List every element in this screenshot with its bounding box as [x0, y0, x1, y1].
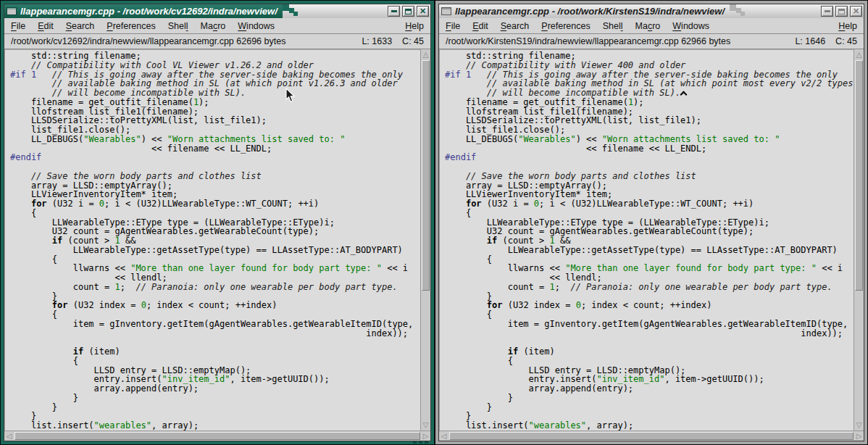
- code-line: LLWearableType::getAssetType(type) == LL…: [445, 246, 854, 255]
- code-line: count = 1; // Paranoia: only one wearabl…: [445, 283, 854, 292]
- menu-item-file[interactable]: File: [11, 21, 25, 31]
- text-area[interactable]: std::string filename; // Compatibility w…: [4, 49, 430, 441]
- editor-window-left: llappearancemgr.cpp - /root/work/cv12692…: [0, 0, 435, 445]
- titlebar-drag-area[interactable]: [748, 4, 819, 18]
- menu-item-preferences[interactable]: Preferences: [107, 21, 155, 31]
- code-line: index));: [10, 329, 420, 338]
- code-line: #endif: [10, 153, 420, 162]
- titlebar[interactable]: llappearancemgr.cpp - /root/work/Kirsten…: [439, 4, 864, 18]
- code-line: list.insert("wearables", array);: [445, 421, 854, 431]
- status-file-path: /root/work/KirstenS19/indra/newview/llap…: [446, 36, 795, 46]
- code-line: << filename << LL_ENDL;: [445, 144, 854, 154]
- code-line: }: [10, 403, 420, 412]
- window-title: llappearancemgr.cpp - /root/work/Kirsten…: [455, 6, 725, 17]
- titlebar[interactable]: llappearancemgr.cpp - /root/work/cv12692…: [4, 4, 430, 18]
- menu-item-file[interactable]: File: [446, 21, 460, 31]
- statusbar: /root/work/KirstenS19/indra/newview/llap…: [439, 34, 864, 49]
- code-line: }: [10, 394, 420, 403]
- scroll-right-button[interactable]: ▷: [421, 431, 430, 441]
- titlebar-decoration: [283, 4, 301, 18]
- status-line-indicator: L: 1633: [362, 36, 392, 46]
- close-icon: ✕: [420, 7, 426, 15]
- code-line: for (U32 index = 0; index < count; ++ind…: [10, 301, 420, 310]
- titlebar-drag-area[interactable]: [301, 4, 385, 18]
- menu-item-search[interactable]: Search: [501, 21, 530, 31]
- code-line: list.insert("wearables", array);: [10, 421, 420, 431]
- scroll-left-button[interactable]: ◁: [4, 431, 14, 441]
- horizontal-scrollbar-thumb[interactable]: [449, 432, 854, 440]
- window-title: llappearancemgr.cpp - /root/work/cv12692…: [20, 6, 277, 17]
- text-caret: [680, 88, 686, 96]
- menu-item-macro[interactable]: Macro: [635, 21, 661, 31]
- close-button[interactable]: ✕: [417, 6, 429, 17]
- close-button[interactable]: ✕: [850, 6, 862, 17]
- code-line: for (U32 i = 0; i < (U32)LLWearableType:…: [445, 199, 854, 209]
- scroll-up-button[interactable]: △: [421, 50, 430, 59]
- minimize-icon: [825, 10, 830, 12]
- menu-item-help[interactable]: Help: [405, 21, 424, 31]
- code-line: for (U32 i = 0; i < (U32)LLWearableType:…: [10, 199, 420, 209]
- horizontal-scrollbar[interactable]: ◁ ▷: [4, 431, 430, 441]
- maximize-icon: [838, 9, 845, 14]
- menubar: FileEditSearchPreferencesShellMacroWindo…: [4, 18, 430, 34]
- menu-item-edit[interactable]: Edit: [472, 21, 488, 31]
- code-line: #endif: [445, 153, 854, 162]
- menu-item-shell[interactable]: Shell: [603, 21, 623, 31]
- minimize-button[interactable]: [388, 6, 400, 17]
- maximize-button[interactable]: [835, 6, 848, 17]
- menu-item-help[interactable]: Help: [838, 21, 857, 31]
- maximize-button[interactable]: [402, 6, 414, 17]
- text-area[interactable]: std::string filename; // Compatibility w…: [439, 49, 864, 441]
- titlebar-decoration: [730, 4, 748, 18]
- scroll-down-button[interactable]: ▽: [421, 420, 430, 430]
- editor-window-right: llappearancemgr.cpp - /root/work/Kirsten…: [435, 0, 868, 445]
- menu-item-windows[interactable]: Windows: [672, 21, 709, 31]
- horizontal-scrollbar-thumb[interactable]: [14, 432, 420, 440]
- desktop: llappearancemgr.cpp - /root/work/cv12692…: [0, 0, 868, 445]
- minimize-button[interactable]: [821, 6, 833, 17]
- menu-item-shell[interactable]: Shell: [168, 21, 188, 31]
- vertical-scrollbar[interactable]: △ ▽: [854, 49, 864, 431]
- menu-item-preferences[interactable]: Preferences: [541, 21, 590, 31]
- code-line: LLWearableType::getAssetType(type) == LL…: [10, 246, 420, 255]
- vertical-scrollbar-thumb[interactable]: [855, 60, 863, 291]
- maximize-icon: [405, 9, 412, 14]
- menu-item-search[interactable]: Search: [66, 21, 95, 31]
- vertical-scrollbar[interactable]: △ ▽: [420, 49, 430, 431]
- scroll-left-button[interactable]: ◁: [439, 431, 448, 441]
- status-column-indicator: C: 45: [835, 36, 857, 46]
- menu-item-macro[interactable]: Macro: [201, 21, 226, 31]
- statusbar: /root/work/cv12692/indra/newview/llappea…: [4, 34, 430, 49]
- code-line: << filename << LL_ENDL;: [10, 144, 420, 154]
- scroll-up-button[interactable]: △: [854, 50, 864, 59]
- code-editor[interactable]: std::string filename; // Compatibility w…: [439, 49, 854, 431]
- horizontal-scrollbar[interactable]: ◁ ▷: [439, 431, 864, 441]
- menu-item-edit[interactable]: Edit: [38, 21, 54, 31]
- code-line: for (U32 index = 0; index < count; ++ind…: [445, 301, 854, 310]
- vertical-scrollbar-thumb[interactable]: [422, 60, 430, 291]
- menubar: FileEditSearchPreferencesShellMacroWindo…: [439, 18, 864, 34]
- minimize-icon: [391, 10, 397, 12]
- window-icon[interactable]: [7, 7, 17, 15]
- status-line-indicator: L: 1646: [795, 36, 825, 46]
- code-line: }: [445, 394, 854, 403]
- status-file-path: /root/work/cv12692/indra/newview/llappea…: [11, 36, 362, 46]
- code-line: count = 1; // Paranoia: only one wearabl…: [10, 283, 420, 292]
- status-column-indicator: C: 45: [402, 36, 424, 46]
- code-line: index));: [445, 329, 854, 338]
- window-icon[interactable]: [441, 7, 451, 15]
- menu-item-windows[interactable]: Windows: [238, 21, 275, 31]
- scroll-right-button[interactable]: ▷: [854, 431, 864, 441]
- close-icon: ✕: [853, 7, 859, 15]
- scroll-down-button[interactable]: ▽: [854, 420, 864, 430]
- code-line: }: [445, 403, 854, 412]
- code-editor[interactable]: std::string filename; // Compatibility w…: [4, 49, 420, 431]
